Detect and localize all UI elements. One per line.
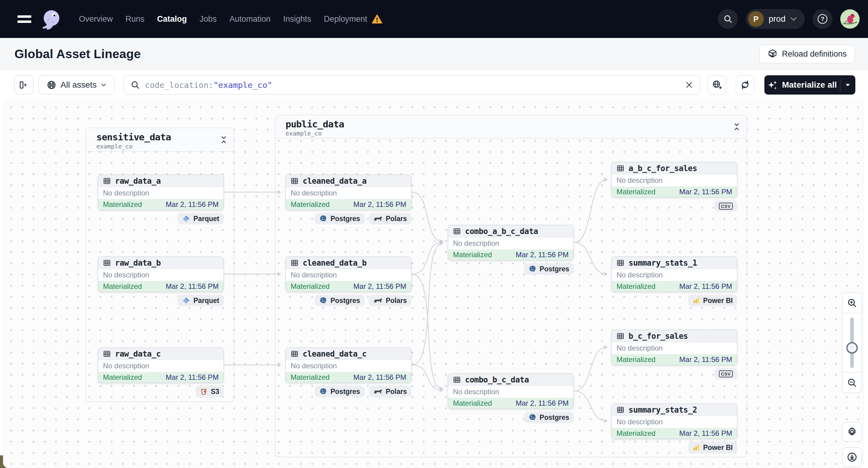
kind-tag-csv[interactable]: CSV	[714, 368, 737, 379]
kind-tag-postgres[interactable]: Postgres	[524, 412, 574, 423]
reload-definitions-button[interactable]: Reload definitions	[759, 44, 855, 63]
nav-item-deployment[interactable]: Deployment	[324, 14, 367, 24]
open-sidebar-button[interactable]	[14, 75, 33, 95]
asset-description: No description	[612, 269, 737, 281]
asset-card[interactable]: cleaned_data_a No description Materializ…	[285, 175, 411, 210]
kind-tag-polars[interactable]: Polars	[369, 213, 411, 224]
collapse-group-icon[interactable]	[733, 123, 740, 132]
globe-icon	[47, 80, 56, 90]
asset-card[interactable]: cleaned_data_c No description Materializ…	[285, 347, 411, 383]
asset-status: Materialized	[617, 188, 655, 196]
asset-node-combo-b-c-data[interactable]: combo_b_c_data No description Materializ…	[448, 373, 574, 423]
materialize-options-caret[interactable]	[840, 75, 855, 95]
table-icon	[103, 350, 111, 358]
asset-name: summary_stats_1	[628, 258, 697, 268]
asset-node-summary-stats-1[interactable]: summary_stats_1 No description Materiali…	[611, 257, 737, 306]
asset-card[interactable]: raw_data_c No description MaterializedMa…	[98, 347, 224, 383]
asset-node-raw-data-c[interactable]: raw_data_c No description MaterializedMa…	[98, 347, 224, 397]
kind-tag-postgres[interactable]: Postgres	[315, 213, 365, 224]
table-icon	[103, 177, 111, 185]
reload-definitions-label: Reload definitions	[782, 50, 847, 59]
environment-switcher[interactable]: P prod	[746, 9, 805, 29]
kind-tag-polars[interactable]: Polars	[369, 386, 411, 397]
kind-tag-parquet[interactable]: Parquet	[178, 295, 224, 306]
asset-node-cleaned-data-b[interactable]: cleaned_data_b No description Materializ…	[285, 257, 411, 306]
zoom-slider-thumb[interactable]	[846, 342, 858, 353]
csv-icon: CSV	[719, 370, 733, 377]
asset-timestamp: Mar 2, 11:56 PM	[353, 373, 406, 381]
asset-node-cleaned-data-c[interactable]: cleaned_data_c No description Materializ…	[285, 347, 411, 397]
asset-node-combo-a-b-c-data[interactable]: combo_a_b_c_data No description Material…	[448, 225, 574, 275]
tag-label: Polars	[386, 387, 407, 396]
svg-text:?: ?	[821, 15, 824, 22]
nav-item-catalog[interactable]: Catalog	[157, 14, 187, 24]
asset-card[interactable]: raw_data_a No description MaterializedMa…	[98, 175, 224, 210]
asset-description: No description	[98, 269, 223, 281]
nav-item-insights[interactable]: Insights	[283, 14, 311, 24]
asset-description: No description	[612, 416, 737, 428]
asset-description: No description	[286, 360, 411, 372]
asset-node-b-c-for-sales[interactable]: b_c_for_sales No description Materialize…	[611, 330, 737, 379]
kind-tag-postgres[interactable]: Postgres	[315, 295, 365, 306]
asset-search-input[interactable]: code_location:"example_co"	[123, 75, 700, 95]
postgres-icon	[529, 413, 536, 421]
collapse-group-icon[interactable]	[220, 136, 227, 145]
menu-icon[interactable]	[18, 15, 31, 23]
asset-node-cleaned-data-a[interactable]: cleaned_data_a No description Materializ…	[285, 175, 411, 224]
zoom-out-button[interactable]	[842, 372, 862, 393]
asset-node-raw-data-a[interactable]: raw_data_a No description MaterializedMa…	[98, 175, 224, 224]
refresh-button[interactable]	[736, 75, 754, 95]
tag-label: Power BI	[703, 297, 733, 305]
help-icon[interactable]: ?	[813, 9, 833, 29]
kind-tag-parquet[interactable]: Parquet	[178, 213, 224, 224]
asset-scope-label: All assets	[61, 80, 97, 90]
asset-node-raw-data-b[interactable]: raw_data_b No description MaterializedMa…	[98, 257, 224, 306]
zoom-slider[interactable]	[842, 313, 862, 372]
asset-card[interactable]: raw_data_b No description MaterializedMa…	[98, 257, 224, 292]
postgres-icon	[319, 297, 327, 305]
asset-scope-dropdown[interactable]: All assets	[38, 75, 115, 95]
kind-tag-postgres[interactable]: Postgres	[524, 263, 574, 275]
nav-item-overview[interactable]: Overview	[79, 14, 113, 24]
tag-label: Postgres	[540, 265, 569, 273]
environment-label: prod	[769, 14, 785, 24]
asset-node-a-b-c-for-sales[interactable]: a_b_c_for_sales No description Materiali…	[611, 162, 737, 212]
asset-timestamp: Mar 2, 11:56 PM	[516, 251, 569, 259]
asset-status: Materialized	[103, 373, 142, 381]
user-avatar[interactable]	[840, 9, 860, 29]
asset-card[interactable]: summary_stats_1 No description Materiali…	[611, 257, 737, 292]
clear-search-icon[interactable]	[685, 81, 693, 89]
kind-tag-csv[interactable]: CSV	[714, 200, 737, 212]
nav-item-jobs[interactable]: Jobs	[200, 14, 217, 24]
search-query: code_location:"example_co"	[145, 81, 272, 90]
materialize-all-button[interactable]: Materialize all	[765, 75, 855, 95]
dagster-logo[interactable]	[40, 7, 63, 31]
asset-timestamp: Mar 2, 11:56 PM	[679, 282, 732, 291]
dagster-logo-glyph	[40, 7, 63, 31]
kind-tag-postgres[interactable]: Postgres	[315, 386, 365, 397]
asset-description: No description	[448, 386, 574, 398]
asset-name: cleaned_data_b	[303, 258, 367, 268]
asset-card[interactable]: combo_a_b_c_data No description Material…	[448, 225, 574, 260]
kind-tag-polars[interactable]: Polars	[369, 295, 411, 306]
download-image-button[interactable]	[842, 447, 862, 467]
asset-node-summary-stats-2[interactable]: summary_stats_2 No description Materiali…	[611, 404, 737, 453]
kind-tag-powerbi[interactable]: Power BI	[688, 295, 737, 306]
kind-tag-powerbi[interactable]: Power BI	[688, 442, 737, 453]
kind-tag-s3[interactable]: S3	[195, 386, 224, 397]
zoom-in-button[interactable]	[842, 293, 862, 313]
group-header: public_data example_co	[275, 115, 747, 138]
search-icon[interactable]	[718, 9, 738, 29]
graph-settings-button[interactable]	[842, 422, 862, 442]
nav-item-runs[interactable]: Runs	[126, 14, 145, 24]
asset-card[interactable]: a_b_c_for_sales No description Materiali…	[611, 162, 737, 197]
materialize-all-main[interactable]: Materialize all	[765, 75, 840, 95]
asset-card[interactable]: summary_stats_2 No description Materiali…	[611, 404, 737, 439]
nav-item-automation[interactable]: Automation	[229, 14, 271, 24]
asset-card[interactable]: combo_b_c_data No description Materializ…	[448, 373, 574, 409]
asset-card[interactable]: b_c_for_sales No description Materialize…	[611, 330, 737, 365]
deployment-warning-icon[interactable]	[372, 14, 382, 24]
asset-card[interactable]: cleaned_data_b No description Materializ…	[285, 257, 411, 292]
filter-settings-button[interactable]	[708, 75, 726, 95]
table-icon	[103, 259, 111, 267]
